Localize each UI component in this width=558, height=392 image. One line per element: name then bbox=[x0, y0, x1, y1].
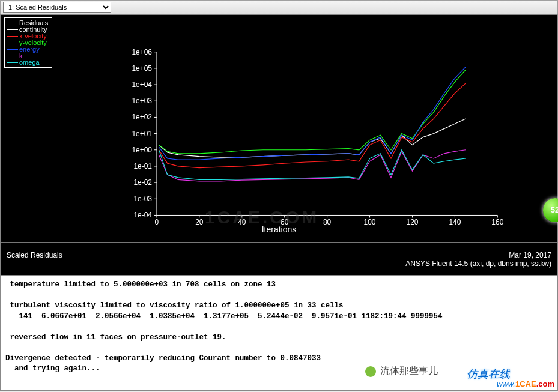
svg-text:1e+05: 1e+05 bbox=[132, 64, 152, 73]
footer-title: Scaled Residuals bbox=[7, 251, 62, 259]
svg-text:1e+06: 1e+06 bbox=[132, 48, 152, 56]
console-line: 141 6.0667e+01 2.0566e+04 1.0385e+04 1.3… bbox=[5, 312, 553, 322]
footer-date: Mar 19, 2017 bbox=[405, 251, 551, 259]
svg-text:1e+00: 1e+00 bbox=[132, 146, 152, 154]
console-line bbox=[5, 291, 553, 301]
plot-footer: Scaled Residuals Mar 19, 2017 ANSYS Flue… bbox=[1, 242, 557, 275]
console-line: reversed flow in 11 faces on pressure-ou… bbox=[5, 333, 553, 343]
watermark-wechat: 流体那些事儿 bbox=[365, 365, 438, 378]
svg-text:1e+04: 1e+04 bbox=[132, 80, 152, 89]
svg-text:1e+01: 1e+01 bbox=[132, 130, 152, 138]
console-line: turbulent viscosity limited to viscosity… bbox=[5, 301, 553, 312]
toolbar: 1: Scaled Residuals bbox=[0, 0, 558, 14]
chart-canvas: 1e-041e-031e-021e-011e+001e+011e+021e+03… bbox=[1, 15, 557, 275]
console-line bbox=[5, 322, 553, 333]
x-axis-title: Iterations bbox=[1, 225, 557, 234]
residuals-plot: Residuals continuityx-velocityy-velocity… bbox=[0, 14, 558, 276]
console-line: Divergence detected - temporarily reduci… bbox=[5, 354, 553, 364]
console-line bbox=[5, 343, 553, 354]
footer-version: ANSYS Fluent 14.5 (axi, dp, dbns imp, ss… bbox=[405, 259, 551, 268]
svg-text:1e-01: 1e-01 bbox=[133, 162, 152, 170]
console-line: temperature limited to 5.000000e+03 in 7… bbox=[5, 280, 553, 291]
svg-text:1e-04: 1e-04 bbox=[133, 211, 152, 219]
view-dropdown[interactable]: 1: Scaled Residuals bbox=[3, 2, 111, 13]
svg-text:1e+03: 1e+03 bbox=[132, 97, 152, 105]
svg-text:1e-02: 1e-02 bbox=[133, 178, 152, 187]
svg-text:1e+02: 1e+02 bbox=[132, 113, 152, 121]
watermark-url: www.1CAE.com bbox=[497, 379, 554, 388]
svg-text:1e-03: 1e-03 bbox=[133, 194, 152, 203]
